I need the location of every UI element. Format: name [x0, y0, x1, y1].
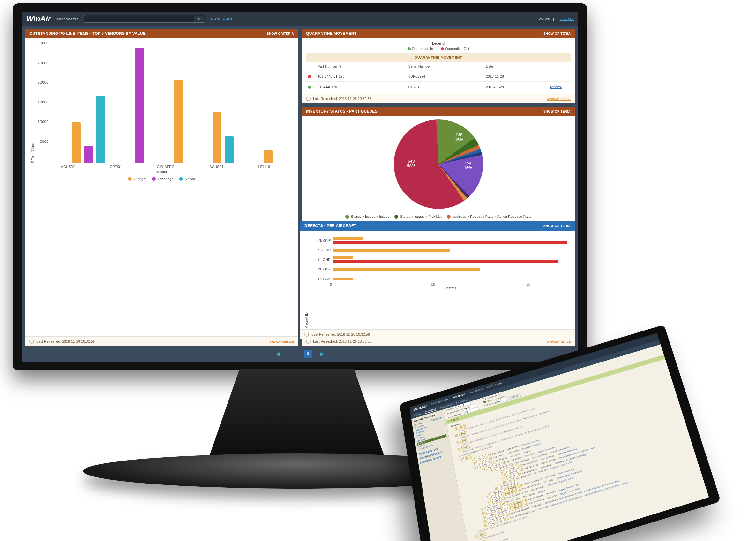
panel-footer: Last Refreshed: 2018-11-28 10:32:58 www.… — [302, 94, 575, 104]
expand-icon[interactable]: − — [484, 524, 488, 527]
bar[interactable] — [84, 146, 93, 163]
goto-link[interactable]: GO TO... — [560, 17, 574, 21]
expand-icon[interactable]: − — [456, 441, 459, 444]
info-icon[interactable]: i — [524, 499, 527, 502]
expand-icon[interactable]: − — [482, 468, 485, 471]
expand-icon[interactable]: − — [495, 487, 498, 490]
expand-icon[interactable]: − — [482, 512, 485, 515]
expand-icon[interactable]: − — [488, 498, 491, 501]
expand-icon[interactable]: − — [483, 520, 487, 523]
show-criteria-link[interactable]: SHOW CRITERIA — [544, 224, 571, 228]
expand-icon[interactable]: − — [458, 448, 460, 451]
panel-defects: DEFECTS - PER AIRCRAFT SHOW CRITERIA Air… — [300, 221, 575, 339]
dot-red-icon — [441, 47, 444, 50]
bar[interactable] — [333, 257, 353, 259]
winair-link[interactable]: www.winair.ca — [547, 339, 571, 343]
bar[interactable] — [264, 151, 273, 163]
table-row[interactable]: 0164448170 B162B 2018-11-28 Review — [306, 82, 571, 92]
expand-icon[interactable]: − — [459, 458, 463, 461]
pager-page-2[interactable]: 2 — [304, 350, 312, 358]
table-row[interactable]: 109-0440-01-123 TUR00274 2018-11-28 — [306, 71, 571, 82]
info-icon[interactable]: i — [519, 464, 522, 467]
expand-icon[interactable]: − — [474, 535, 477, 538]
info-icon[interactable]: i — [518, 473, 521, 476]
pie-chart: 13815% 15416% 54358% — [394, 120, 483, 209]
pager-page-1[interactable]: 1 — [288, 350, 296, 358]
expand-icon[interactable]: − — [473, 462, 476, 465]
screen: WinAir dashboards ▼ CONFIGURE AVBA01 | G… — [22, 12, 578, 361]
expand-icon[interactable]: − — [487, 493, 490, 497]
winair-link[interactable]: www.winair.ca — [547, 97, 571, 101]
info-icon[interactable]: i — [503, 461, 506, 464]
info-icon[interactable]: i — [520, 483, 523, 487]
expand-icon[interactable]: − — [472, 458, 475, 461]
info-icon[interactable]: i — [505, 513, 508, 516]
col-date[interactable]: Date — [484, 62, 548, 71]
info-icon[interactable]: i — [511, 463, 514, 466]
dashboards-label: dashboards — [57, 17, 78, 21]
info-icon[interactable]: i — [503, 497, 506, 500]
show-criteria-link[interactable]: SHOW CRITERIA — [544, 32, 571, 35]
info-icon[interactable]: i — [489, 457, 492, 460]
legend-title: Legend — [306, 42, 571, 45]
refresh-icon[interactable] — [306, 339, 311, 344]
bar[interactable] — [333, 249, 450, 252]
expand-icon[interactable]: − — [502, 474, 505, 477]
info-icon[interactable]: i — [502, 501, 505, 505]
pager-next[interactable]: ▶ — [320, 350, 324, 357]
panel-title: INVENTORY STATUS - PART QUEUES — [306, 109, 378, 114]
expand-icon[interactable]: − — [491, 468, 494, 472]
hbar-row: YL-GNO — [312, 247, 567, 254]
expand-icon[interactable]: − — [481, 508, 484, 511]
dot-green-icon — [407, 47, 411, 50]
info-icon[interactable]: i — [518, 488, 521, 491]
review-link[interactable]: Review — [550, 85, 562, 89]
expand-icon[interactable]: − — [473, 466, 476, 469]
winair-link[interactable]: www.winair.ca — [270, 339, 294, 343]
refresh-icon[interactable] — [29, 339, 34, 344]
info-icon[interactable]: i — [488, 453, 491, 457]
chevron-down-icon[interactable]: ▼ — [194, 16, 204, 22]
info-icon[interactable]: i — [520, 468, 523, 471]
hbar-row: YL-GNR — [312, 256, 567, 263]
bar[interactable] — [333, 241, 567, 244]
configure-link[interactable]: CONFIGURE — [211, 17, 234, 21]
expand-icon[interactable]: − — [502, 477, 505, 481]
checkbox-applied[interactable] — [483, 398, 486, 401]
pager-prev[interactable]: ◀ — [276, 350, 280, 357]
bar[interactable] — [72, 122, 81, 163]
refresh-icon[interactable] — [306, 97, 311, 101]
checkbox-desc[interactable] — [483, 400, 486, 403]
bar[interactable] — [174, 80, 183, 163]
col-sn[interactable]: Serial Number — [406, 62, 484, 71]
bar[interactable] — [333, 260, 558, 263]
refresh-icon[interactable] — [305, 332, 309, 336]
expand-icon[interactable]: − — [488, 501, 491, 505]
col-pn[interactable]: Part Number ▼ — [316, 62, 406, 71]
expand-icon[interactable]: − — [483, 516, 486, 519]
bar[interactable] — [96, 96, 105, 163]
app-logo: WinAir — [26, 14, 51, 23]
expand-icon[interactable]: − — [501, 470, 504, 473]
panel-footer: Last Refreshed: 2018-11-28 10:32:58 www.… — [25, 336, 298, 346]
show-criteria-link[interactable]: SHOW CRITERIA — [267, 32, 294, 35]
info-icon[interactable]: i — [505, 517, 509, 521]
bar[interactable] — [135, 48, 144, 163]
bar[interactable] — [212, 112, 221, 163]
legend-exchange: Exchange — [152, 177, 173, 181]
bar[interactable] — [333, 277, 353, 280]
dashboard-select[interactable]: ▼ — [84, 15, 205, 23]
bar[interactable] — [225, 136, 234, 163]
expand-icon[interactable]: − — [454, 427, 457, 430]
panel-quarantine: QUARANTINE MOVEMENT SHOW CRITERIA Legend… — [302, 29, 575, 104]
bar[interactable] — [333, 237, 363, 240]
show-criteria-link[interactable]: SHOW CRITERIA — [544, 110, 571, 113]
legend-item: Stores > Issues > Pick List — [394, 213, 442, 220]
info-icon[interactable]: i — [525, 503, 528, 506]
panel-body: Aircraft ID YL-GNFYL-GNOYL-GNRYL-GNZYL-G… — [300, 231, 575, 329]
expand-icon[interactable]: − — [455, 434, 458, 437]
info-icon[interactable]: i — [490, 461, 494, 464]
bar[interactable] — [333, 268, 480, 271]
panel-po-vendors: OUTSTANDING PO LINE ITEMS - TOP 5 VENDOR… — [25, 29, 298, 346]
panel-header: INVENTORY STATUS - PART QUEUES SHOW CRIT… — [302, 107, 575, 116]
